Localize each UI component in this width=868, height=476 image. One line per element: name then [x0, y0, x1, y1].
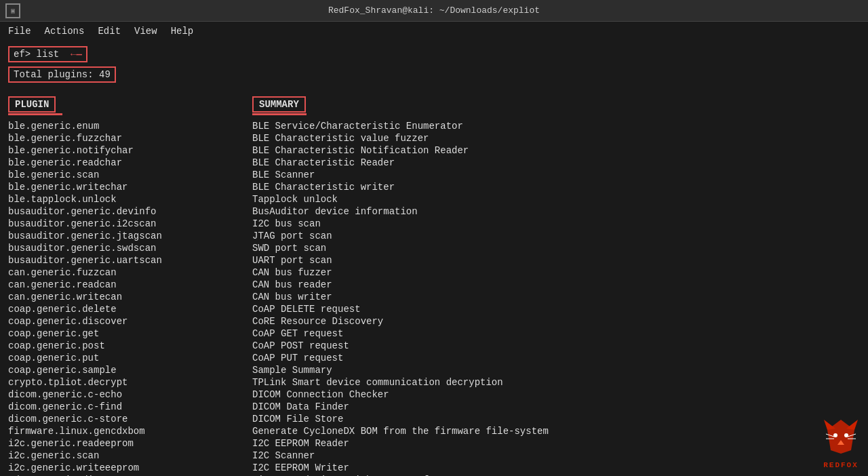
window-icon: ▣ — [5, 3, 20, 18]
plugin-summary: BLE Characteristic writer — [252, 182, 395, 193]
plugin-summary: BLE Scanner — [252, 170, 315, 180]
plugin-row: busauditor.generic.jtagscanJTAG port sca… — [8, 231, 860, 241]
plugin-name: ble.generic.scan — [8, 170, 252, 180]
total-plugins: Total plugins: 49 — [8, 66, 116, 83]
plugin-row: dicom.generic.c-findDICOM Data Finder — [8, 401, 860, 412]
plugin-row: dicom.generic.c-storeDICOM File Store — [8, 414, 860, 424]
plugin-name: i2c.generic.scan — [8, 450, 252, 461]
plugin-summary: CoAP DELETE request — [252, 304, 361, 315]
plugin-name: busauditor.generic.swdscan — [8, 243, 252, 254]
plugin-summary: Generate CycloneDX BOM from the firmware… — [252, 426, 549, 437]
plugin-name: coap.generic.put — [8, 353, 252, 363]
plugin-row: coap.generic.sampleSample Summary — [8, 365, 860, 376]
plugin-name: busauditor.generic.i2cscan — [8, 218, 252, 229]
plugin-name: ble.generic.fuzzchar — [8, 133, 252, 144]
plugins-list: ble.generic.enumBLE Service/Characterist… — [8, 121, 860, 476]
plugin-summary: CoRE Resource Discovery — [252, 316, 383, 327]
plugin-name: i2c.generic.readeeprom — [8, 438, 252, 449]
menu-bar: File Actions Edit View Help — [0, 22, 868, 41]
plugin-summary: DICOM Connection Checker — [252, 389, 389, 400]
plugin-summary: UART port scan — [252, 255, 332, 266]
plugin-name: ble.generic.writechar — [8, 182, 252, 193]
menu-file[interactable]: File — [3, 24, 37, 38]
plugin-name: busauditor.generic.jtagscan — [8, 231, 252, 241]
command-line: ef> list ←— — [8, 46, 87, 62]
plugin-row: ble.generic.fuzzcharBLE Characteristic v… — [8, 133, 860, 144]
plugin-name: ble.tapplock.unlock — [8, 194, 252, 205]
plugin-row: busauditor.generic.swdscanSWD port scan — [8, 243, 860, 254]
svg-marker-2 — [846, 420, 858, 430]
plugin-name: dicom.generic.c-echo — [8, 389, 252, 400]
plugin-summary: BusAuditor device information — [252, 206, 418, 217]
svg-marker-0 — [827, 420, 854, 454]
plugin-row: busauditor.generic.i2cscanI2C bus scan — [8, 218, 860, 229]
redfox-icon — [821, 416, 861, 457]
title-bar-left: ▣ — [5, 3, 20, 18]
plugin-row: i2c.generic.readeepromI2C EEPROM Reader — [8, 438, 860, 449]
plugin-row: coap.generic.getCoAP GET request — [8, 328, 860, 339]
plugin-name: coap.generic.discover — [8, 316, 252, 327]
plugin-summary: CoAP POST request — [252, 340, 349, 351]
plugin-row: coap.generic.postCoAP POST request — [8, 340, 860, 351]
plugin-summary: CoAP PUT request — [252, 353, 343, 363]
plugin-row: ble.generic.writecharBLE Characteristic … — [8, 182, 860, 193]
plugin-row: can.generic.readcanCAN bus reader — [8, 279, 860, 290]
plugin-row: can.generic.writecanCAN bus writer — [8, 292, 860, 302]
plugin-row: coap.generic.putCoAP PUT request — [8, 353, 860, 363]
plugin-name: busauditor.generic.devinfo — [8, 206, 252, 217]
plugin-row: busauditor.generic.devinfoBusAuditor dev… — [8, 206, 860, 217]
plugin-summary: DICOM Data Finder — [252, 401, 349, 412]
plugin-row: can.generic.fuzzcanCAN bus fuzzer — [8, 267, 860, 278]
plugin-row: firmware.linux.gencdxbomGenerate Cyclone… — [8, 426, 860, 437]
svg-marker-1 — [824, 420, 835, 430]
plugin-row: crypto.tpliot.decryptTPLink Smart device… — [8, 377, 860, 388]
header-plugin: PLUGIN — [8, 96, 56, 113]
plugin-summary: BLE Characteristic Reader — [252, 157, 395, 168]
plugin-name: coap.generic.delete — [8, 304, 252, 315]
plugin-row: coap.generic.deleteCoAP DELETE request — [8, 304, 860, 315]
plugin-name: i2c.generic.writeeeprom — [8, 462, 252, 473]
plugin-name: firmware.linux.gencdxbom — [8, 426, 252, 437]
plugin-summary: CoAP GET request — [252, 328, 343, 339]
plugin-row: coap.generic.discoverCoRE Resource Disco… — [8, 316, 860, 327]
plugin-summary: BLE Service/Characteristic Enumerator — [252, 121, 463, 132]
plugin-name: dicom.generic.c-store — [8, 414, 252, 424]
plugin-name: coap.generic.get — [8, 328, 252, 339]
plugin-summary: CAN bus fuzzer — [252, 267, 332, 278]
plugin-name: ble.generic.enum — [8, 121, 252, 132]
plugin-row: ble.tapplock.unlockTapplock unlock — [8, 194, 860, 205]
plugin-name: ble.generic.notifychar — [8, 145, 252, 156]
plugin-summary: BLE Characteristic Notification Reader — [252, 145, 469, 156]
redfox-text: REDFOX — [821, 461, 861, 469]
plugin-summary: I2C Scanner — [252, 450, 315, 461]
plugin-summary: SWD port scan — [252, 243, 326, 254]
menu-help[interactable]: Help — [165, 24, 199, 38]
plugin-summary: I2C EEPROM Writer — [252, 462, 349, 473]
plugin-name: busauditor.generic.uartscan — [8, 255, 252, 266]
plugin-summary: CAN bus reader — [252, 279, 332, 290]
plugin-summary: Tapplock unlock — [252, 194, 338, 205]
plugin-row: busauditor.generic.uartscanUART port sca… — [8, 255, 860, 266]
menu-edit[interactable]: Edit — [92, 24, 126, 38]
plugin-name: ble.generic.readchar — [8, 157, 252, 168]
plugin-name: dicom.generic.c-find — [8, 401, 252, 412]
headers-row: PLUGIN SUMMARY — [8, 96, 860, 115]
plugin-row: ble.generic.scanBLE Scanner — [8, 170, 860, 180]
title-bar-title: RedFox_Shravan@kali: ~/Downloads/expliot — [328, 5, 540, 16]
plugin-summary: Sample Summary — [252, 365, 332, 376]
plugin-row: ble.generic.notifycharBLE Characteristic… — [8, 145, 860, 156]
menu-view[interactable]: View — [129, 24, 163, 38]
plugin-name: crypto.tpliot.decrypt — [8, 377, 252, 388]
plugin-row: ble.generic.readcharBLE Characteristic R… — [8, 157, 860, 168]
redfox-logo: REDFOX — [821, 416, 861, 469]
plugin-summary: I2C EEPROM Reader — [252, 438, 349, 449]
plugin-row: ble.generic.enumBLE Service/Characterist… — [8, 121, 860, 132]
plugin-summary: CAN bus writer — [252, 292, 332, 302]
plugin-row: dicom.generic.c-echoDICOM Connection Che… — [8, 389, 860, 400]
terminal-body: ef> list ←— Total plugins: 49 PLUGIN SUM… — [0, 41, 868, 476]
plugin-name: coap.generic.sample — [8, 365, 252, 376]
plugin-summary: TPLink Smart device communication decryp… — [252, 377, 503, 388]
plugin-name: can.generic.fuzzcan — [8, 267, 252, 278]
plugin-summary: DICOM File Store — [252, 414, 343, 424]
menu-actions[interactable]: Actions — [39, 24, 90, 38]
